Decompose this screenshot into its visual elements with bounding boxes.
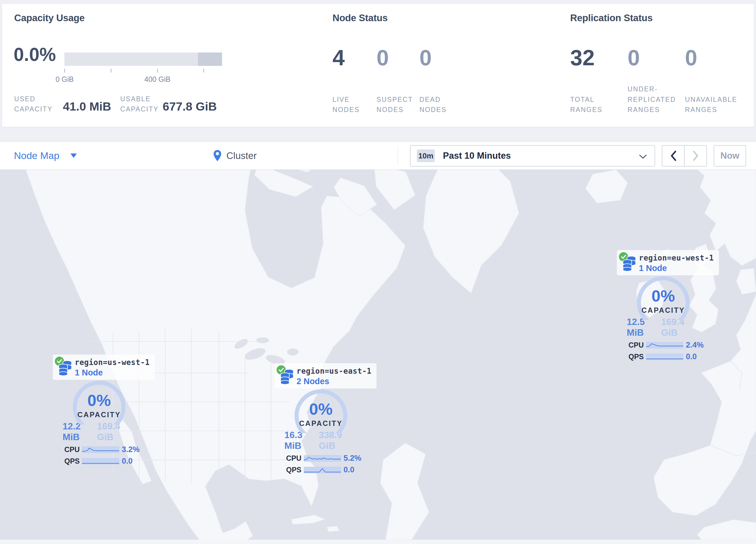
capacity-bar-reserved-segment (198, 52, 222, 66)
capacity-percent: 0.0% (14, 44, 56, 65)
live-nodes-stat: 4 LIVE NODES (332, 47, 376, 115)
used-capacity-label: USED CAPACITY (14, 94, 53, 115)
qps-value: 0.0 (122, 457, 136, 466)
gauge-label: CAPACITY (633, 306, 693, 315)
capacity-gauge: 0% CAPACITY (69, 380, 129, 425)
capacity-axis-label-0: 0 GiB (44, 75, 85, 84)
cpu-value: 2.4% (686, 341, 704, 350)
marker-body: 0% CAPACITY 16.3 MiB 338.9 GiB CPU 5.2% … (284, 389, 357, 474)
capacity-gauge: 0% CAPACITY (291, 389, 351, 433)
gauge-label: CAPACITY (291, 419, 351, 428)
qps-label: QPS (64, 457, 79, 465)
usable-capacity-value: 677.8 GiB (163, 100, 217, 113)
gauge-percent: 0% (69, 391, 129, 410)
capacity-axis-label-400: 400 GiB (137, 75, 178, 84)
view-selector-dropdown[interactable]: Node Map (14, 142, 77, 169)
time-range-label: Past 10 Minutes (443, 150, 511, 161)
region-label: region=us-east-1 (297, 367, 371, 376)
gauge-label: CAPACITY (69, 411, 129, 419)
gauge-percent: 0% (633, 287, 693, 305)
unavailable-ranges-stat: 0 UNAVAILABLE RANGES (685, 47, 743, 115)
database-icon (623, 256, 637, 272)
region-marker-us-west-1[interactable]: region=us-west-1 1 Node 0% CAPACITY 12.2… (53, 355, 143, 466)
capacity-usage-title: Capacity Usage (14, 12, 85, 23)
cpu-sparkline (82, 447, 119, 453)
cpu-label: CPU (286, 454, 301, 463)
breadcrumb-cluster[interactable]: Cluster (213, 142, 257, 169)
under-replicated-ranges-stat: 0 UNDER- REPLICATED RANGES (628, 47, 683, 115)
cpu-value: 5.2% (344, 454, 361, 463)
marker-titles: region=us-east-1 2 Nodes (297, 365, 371, 386)
node-count-label: 1 Node (639, 263, 714, 273)
region-label: region=eu-west-1 (639, 253, 714, 262)
region-marker-eu-west-1[interactable]: region=eu-west-1 1 Node 0% CAPACITY 12.5… (617, 250, 707, 361)
time-range-badge: 10m (417, 149, 435, 162)
marker-icons (618, 251, 637, 271)
node-status-title: Node Status (332, 12, 388, 23)
marker-header: region=eu-west-1 1 Node (617, 250, 719, 276)
qps-value: 0.0 (344, 465, 357, 474)
cpu-value: 3.2% (122, 445, 140, 454)
chevron-down-icon (639, 154, 647, 159)
toolbar-divider (398, 146, 398, 165)
cluster-summary-panel: Capacity Usage 0.0% 0 GiB 400 GiB USED C… (2, 3, 754, 127)
capacity-bar (64, 52, 222, 66)
gauge-percent: 0% (291, 400, 351, 418)
breadcrumb-label: Cluster (226, 150, 257, 161)
node-map: region=us-west-1 1 Node 0% CAPACITY 12.2… (0, 170, 756, 540)
qps-sparkline (646, 354, 683, 360)
cpu-label: CPU (628, 341, 644, 349)
capacity-axis-tick (203, 69, 204, 72)
cpu-label: CPU (64, 445, 79, 454)
capacity-axis-tick (111, 69, 111, 72)
marker-header: region=us-east-1 2 Nodes (275, 363, 377, 389)
time-forward-button[interactable] (685, 146, 706, 166)
suspect-nodes-stat: 0 SUSPECT NODES (377, 47, 420, 115)
marker-icons (54, 356, 73, 376)
now-button[interactable]: Now (714, 145, 746, 166)
view-selector-label: Node Map (14, 150, 59, 161)
time-back-button[interactable] (662, 146, 685, 166)
map-toolbar: Node Map Cluster 10m Past 10 Minutes Now (0, 141, 756, 170)
cpu-sparkline (304, 455, 341, 462)
region-marker-us-east-1[interactable]: region=us-east-1 2 Nodes 0% CAPACITY 16.… (275, 363, 365, 474)
used-capacity-value: 41.0 MiB (63, 100, 111, 113)
capacity-gauge: 0% CAPACITY (633, 276, 693, 320)
region-label: region=us-west-1 (75, 358, 150, 367)
capacity-axis-tick (64, 69, 65, 72)
usable-capacity-label: USABLE CAPACITY (120, 94, 159, 115)
caret-down-icon (70, 153, 77, 158)
marker-header: region=us-west-1 1 Node (53, 355, 155, 380)
capacity-axis-tick (157, 69, 158, 72)
node-count-label: 2 Nodes (297, 377, 371, 386)
time-range-dropdown[interactable]: 10m Past 10 Minutes (410, 145, 655, 166)
marker-titles: region=us-west-1 1 Node (75, 356, 150, 378)
qps-sparkline (304, 467, 341, 473)
database-icon (59, 360, 72, 377)
marker-icons (276, 365, 295, 385)
dead-nodes-stat: 0 DEAD NODES (419, 47, 463, 115)
usable-capacity-block: USABLE CAPACITY (120, 94, 159, 115)
chevron-left-icon (670, 150, 677, 161)
qps-value: 0.0 (686, 352, 700, 361)
replication-status-title: Replication Status (570, 12, 653, 23)
qps-label: QPS (628, 353, 644, 361)
qps-label: QPS (286, 466, 301, 474)
chevron-right-icon (693, 150, 699, 161)
used-capacity-block: USED CAPACITY (14, 94, 53, 115)
database-icon (280, 369, 294, 385)
marker-body: 0% CAPACITY 12.5 MiB 169.4 GiB CPU 2.4% … (627, 276, 700, 361)
cpu-sparkline (646, 342, 683, 349)
marker-titles: region=eu-west-1 1 Node (639, 251, 714, 273)
location-pin-icon (213, 149, 222, 162)
node-count-label: 1 Node (75, 368, 150, 378)
page-footer-strip (0, 540, 756, 544)
total-ranges-stat: 32 TOTAL RANGES (570, 47, 625, 115)
time-pager (662, 145, 707, 166)
qps-sparkline (82, 458, 119, 465)
marker-body: 0% CAPACITY 12.2 MiB 169.4 GiB CPU 3.2% … (63, 380, 136, 466)
